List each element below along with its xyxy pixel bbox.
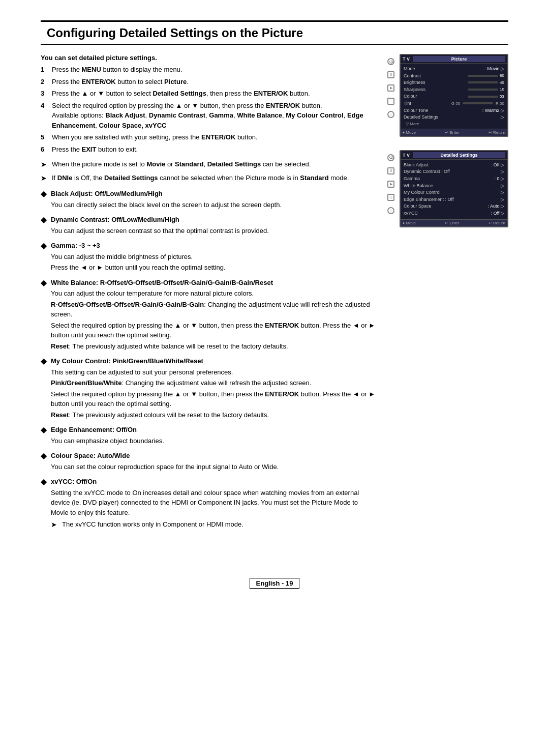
step-num-1: 1 <box>41 65 48 75</box>
step-num-6: 6 <box>41 144 48 155</box>
bullet-content-6: Edge Enhancement: Off/On You can emphasi… <box>51 425 376 447</box>
steps-list: 1 Press the MENU button to display the m… <box>41 65 376 154</box>
note-arrow-icon-2: ➤ <box>41 173 49 184</box>
step-text-4: Select the required option by pressing t… <box>52 101 376 131</box>
tv-screen-2-footer: ♦ Move↵ Enter↩ Return <box>401 219 507 226</box>
diamond-icon-3: ◆ <box>41 241 48 274</box>
tv-icon-info: i <box>387 111 394 118</box>
tv-screen-2-display: T V Detailed Settings Black Adjust: Off … <box>400 150 508 227</box>
tv-screen-1-footer: ♦ Move↵ Enter↩ Return <box>401 129 507 136</box>
xvycc-note-icon: ➤ <box>51 519 59 530</box>
diamond-icon-7: ◆ <box>41 451 48 473</box>
footer-bar: English - 19 <box>41 578 508 589</box>
tv-icon-source: ▶ <box>387 84 394 92</box>
tv-icon-info-2: i <box>387 207 394 214</box>
bullet-my-colour-control: ◆ My Colour Control: Pink/Green/Blue/Whi… <box>41 356 376 421</box>
xvycc-note: ➤ The xvYCC function works only in Compo… <box>51 519 376 530</box>
bullet-xvycc: ◆ xvYCC: Off/On Setting the xvYCC mode t… <box>41 477 376 533</box>
bullet-content-1: Black Adjust: Off/Low/Medium/High You ca… <box>51 189 376 211</box>
page-title: Configuring Detailed Settings on the Pic… <box>41 20 508 45</box>
note-text-2: If DNIe is Off, the Detailed Settings ca… <box>52 173 349 184</box>
tv-icon-source-2: ▶ <box>387 181 394 188</box>
bullet-dynamic-contrast: ◆ Dynamic Contrast: Off/Low/Medium/High … <box>41 215 376 237</box>
tv-icon-power-2: ⏻ <box>387 154 394 161</box>
step-text-5: When you are satisfied with your setting… <box>52 132 376 142</box>
diamond-icon-6: ◆ <box>41 425 48 447</box>
step-text-1: Press the MENU button to display the men… <box>52 65 376 75</box>
bullet-white-balance: ◆ White Balance: R-Offset/G-Offset/B-Off… <box>41 278 376 353</box>
footer-page-label: English - 19 <box>250 578 300 589</box>
note-1: ➤ When the picture mode is set to Movie … <box>41 159 376 170</box>
tv-screen-1: ⏻ ⚙ ▶ ☰ i T V Picture Mode: Movie ▷ Cont… <box>400 54 508 137</box>
tv-icon-settings: ⚙ <box>387 71 394 78</box>
tv-icon-settings-2: ⚙ <box>387 167 394 175</box>
step-5: 5 When you are satisfied with your setti… <box>41 132 376 142</box>
note-2: ➤ If DNIe is Off, the Detailed Settings … <box>41 173 376 184</box>
tv-icon-menu-2: ☰ <box>387 194 394 201</box>
bullet-section: ◆ Black Adjust: Off/Low/Medium/High You … <box>41 189 376 533</box>
step-num-3: 3 <box>41 89 48 99</box>
step-text-3: Press the ▲ or ▼ button to select Detail… <box>52 89 376 99</box>
bullet-content-2: Dynamic Contrast: Off/Low/Medium/High Yo… <box>51 215 376 237</box>
bullet-content-8: xvYCC: Off/On Setting the xvYCC mode to … <box>51 477 376 533</box>
step-3: 3 Press the ▲ or ▼ button to select Deta… <box>41 89 376 99</box>
note-arrow-icon-1: ➤ <box>41 159 49 170</box>
step-num-4: 4 <box>41 101 48 131</box>
step-text-2: Press the ENTER/OK button to select Pict… <box>52 77 376 87</box>
step-text-6: Press the EXIT button to exit. <box>52 144 376 155</box>
diamond-icon-2: ◆ <box>41 215 48 237</box>
step-num-2: 2 <box>41 77 48 87</box>
note-text-1: When the picture mode is set to Movie or… <box>52 159 311 170</box>
tv-screens-panel: ⏻ ⚙ ▶ ☰ i T V Picture Mode: Movie ▷ Cont… <box>386 54 508 537</box>
bullet-content-7: Colour Space: Auto/Wide You can set the … <box>51 451 376 473</box>
step-num-5: 5 <box>41 132 48 142</box>
step-4: 4 Select the required option by pressing… <box>41 101 376 131</box>
tv-screen-1-display: T V Picture Mode: Movie ▷ Contrast 80 Br… <box>400 54 508 137</box>
bullet-colour-space: ◆ Colour Space: Auto/Wide You can set th… <box>41 451 376 473</box>
bullet-content-4: White Balance: R-Offset/G-Offset/B-Offse… <box>51 278 376 353</box>
diamond-icon-1: ◆ <box>41 189 48 211</box>
xvycc-note-text: The xvYCC function works only in Compone… <box>62 519 243 530</box>
bullet-black-adjust: ◆ Black Adjust: Off/Low/Medium/High You … <box>41 189 376 211</box>
diamond-icon-8: ◆ <box>41 477 48 533</box>
bullet-gamma: ◆ Gamma: -3 ~ +3 You can adjust the midd… <box>41 241 376 274</box>
bullet-content-5: My Colour Control: Pink/Green/Blue/White… <box>51 356 376 421</box>
step-6: 6 Press the EXIT button to exit. <box>41 144 376 155</box>
diamond-icon-4: ◆ <box>41 278 48 353</box>
step-1: 1 Press the MENU button to display the m… <box>41 65 376 75</box>
diamond-icon-5: ◆ <box>41 356 48 421</box>
tv-screen-2: ⏻ ⚙ ▶ ☰ i T V Detailed Settings Black Ad… <box>400 150 508 227</box>
tv-icon-menu: ☰ <box>387 98 394 105</box>
intro-text: You can set detailed picture settings. <box>41 54 376 62</box>
tv-icon-power: ⏻ <box>387 58 394 65</box>
bullet-content-3: Gamma: -3 ~ +3 You can adjust the middle… <box>51 241 376 274</box>
step-2: 2 Press the ENTER/OK button to select Pi… <box>41 77 376 87</box>
bullet-edge-enhancement: ◆ Edge Enhancement: Off/On You can empha… <box>41 425 376 447</box>
